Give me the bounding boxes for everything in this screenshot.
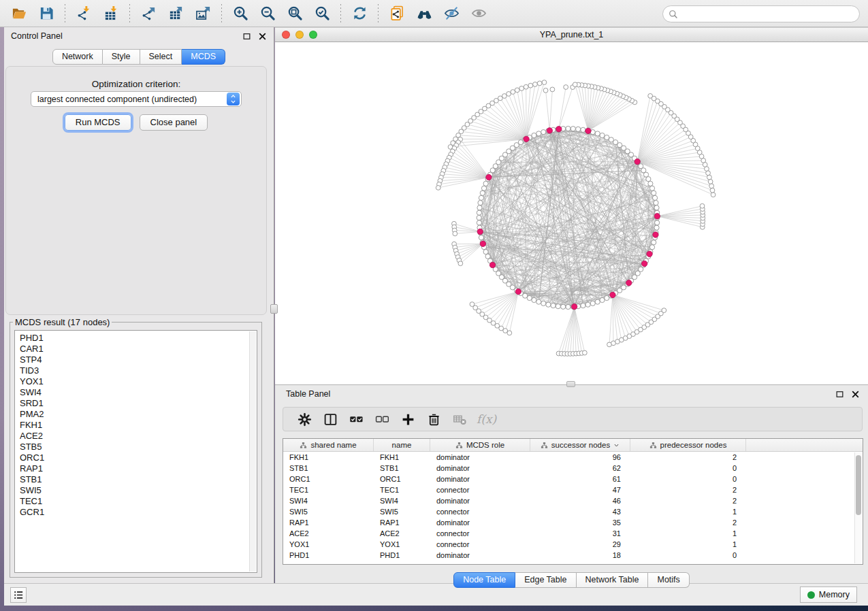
- column-header-shared-name[interactable]: shared name: [283, 439, 374, 451]
- table-tab-edge-table[interactable]: Edge Table: [515, 572, 576, 588]
- graph-leaf-node[interactable]: [564, 85, 568, 90]
- save-session-icon[interactable]: [33, 3, 60, 24]
- graph-mcds-hub-node[interactable]: [634, 159, 640, 164]
- delete-column-icon[interactable]: [421, 409, 447, 429]
- mcds-node-item[interactable]: ACE2: [20, 431, 257, 442]
- table-row[interactable]: FKH1FKH1dominator962: [283, 452, 863, 463]
- close-table-panel-icon[interactable]: [851, 390, 860, 399]
- graph-leaf-node[interactable]: [503, 329, 508, 333]
- graph-node[interactable]: [556, 304, 560, 309]
- mcds-node-item[interactable]: GCR1: [20, 507, 257, 518]
- graph-node[interactable]: [532, 133, 536, 137]
- mcds-node-item[interactable]: SWI4: [20, 387, 257, 398]
- graph-leaf-node[interactable]: [507, 92, 511, 97]
- graph-node[interactable]: [485, 254, 490, 259]
- column-header-successor-nodes[interactable]: successor nodes: [530, 439, 630, 451]
- close-panel-icon[interactable]: [258, 32, 267, 41]
- graph-leaf-node[interactable]: [515, 88, 519, 93]
- graph-node[interactable]: [479, 235, 483, 240]
- graph-node[interactable]: [605, 295, 609, 300]
- column-header-predecessor-nodes[interactable]: predecessor nodes: [630, 439, 746, 451]
- graph-leaf-node[interactable]: [543, 88, 548, 93]
- graph-node[interactable]: [523, 293, 528, 298]
- graph-node[interactable]: [546, 302, 551, 307]
- export-image-icon[interactable]: [189, 3, 216, 24]
- clone-network-icon[interactable]: [383, 3, 411, 24]
- table-row[interactable]: TEC1TEC1connector472: [283, 484, 863, 495]
- graph-leaf-node[interactable]: [507, 331, 512, 335]
- float-panel-icon[interactable]: [242, 32, 251, 41]
- find-icon[interactable]: [411, 3, 438, 24]
- graph-node[interactable]: [483, 181, 488, 186]
- graph-mcds-hub-node[interactable]: [489, 262, 495, 267]
- vertical-splitter-handle[interactable]: [270, 304, 278, 314]
- table-row[interactable]: ORC1ORC1dominator610: [283, 474, 863, 484]
- graph-node[interactable]: [649, 186, 654, 191]
- graph-node[interactable]: [590, 301, 595, 306]
- graph-leaf-node[interactable]: [453, 231, 457, 236]
- graph-node[interactable]: [536, 131, 541, 136]
- mcds-result-list[interactable]: PHD1CAR1STP4TID3YOX1SWI4SRD1PMA2FKH1ACE2…: [14, 330, 257, 573]
- graph-mcds-hub-node[interactable]: [653, 232, 658, 237]
- graph-mcds-hub-node[interactable]: [547, 128, 552, 133]
- mcds-node-item[interactable]: FKH1: [20, 420, 257, 431]
- graph-mcds-hub-node[interactable]: [654, 214, 660, 219]
- graph-node[interactable]: [654, 225, 659, 230]
- graph-mcds-hub-node[interactable]: [585, 128, 591, 133]
- graph-node[interactable]: [527, 295, 532, 300]
- graph-node[interactable]: [649, 245, 654, 250]
- close-panel-button[interactable]: Close panel: [140, 114, 208, 131]
- graph-node[interactable]: [477, 205, 482, 210]
- graph-node[interactable]: [541, 301, 546, 306]
- graph-node[interactable]: [561, 304, 566, 309]
- zoom-fit-icon[interactable]: [281, 3, 308, 24]
- graph-leaf-node[interactable]: [711, 193, 716, 197]
- graph-node[interactable]: [477, 210, 481, 215]
- graph-mcds-hub-node[interactable]: [524, 136, 529, 142]
- graph-node[interactable]: [566, 126, 570, 131]
- mcds-node-item[interactable]: ORC1: [20, 452, 257, 463]
- graph-node[interactable]: [479, 195, 483, 200]
- graph-node[interactable]: [652, 195, 657, 200]
- export-network-icon[interactable]: [135, 3, 162, 24]
- graph-node[interactable]: [536, 299, 541, 304]
- graph-leaf-node[interactable]: [542, 80, 547, 85]
- graph-leaf-node[interactable]: [708, 180, 713, 184]
- graph-node[interactable]: [477, 215, 481, 220]
- graph-mcds-hub-node[interactable]: [647, 251, 652, 257]
- mcds-node-item[interactable]: SWI5: [20, 485, 257, 496]
- graph-leaf-node[interactable]: [436, 186, 440, 191]
- graph-leaf-node[interactable]: [573, 82, 577, 87]
- graph-leaf-node[interactable]: [709, 184, 714, 188]
- import-network-icon[interactable]: [70, 3, 97, 24]
- zoom-in-icon[interactable]: [227, 3, 254, 24]
- table-tab-motifs[interactable]: Motifs: [648, 572, 689, 588]
- graph-node[interactable]: [595, 131, 600, 136]
- graph-node[interactable]: [648, 181, 653, 186]
- mcds-node-item[interactable]: TEC1: [20, 496, 257, 507]
- graph-node[interactable]: [595, 299, 600, 304]
- graph-node[interactable]: [478, 200, 483, 205]
- graph-mcds-hub-node[interactable]: [641, 261, 647, 266]
- graph-mcds-hub-node[interactable]: [571, 303, 577, 309]
- optimization-criterion-select[interactable]: largest connected component (undirected): [31, 91, 242, 107]
- graph-node[interactable]: [483, 250, 488, 254]
- mcds-node-item[interactable]: CAR1: [20, 344, 257, 354]
- graph-node[interactable]: [609, 137, 613, 142]
- zoom-out-icon[interactable]: [254, 3, 281, 24]
- column-header-name[interactable]: name: [374, 439, 430, 451]
- graph-node[interactable]: [477, 220, 481, 225]
- mcds-list-scrollbar[interactable]: [249, 331, 256, 572]
- mcds-node-item[interactable]: STB1: [20, 474, 257, 485]
- graph-node[interactable]: [541, 130, 546, 135]
- graph-leaf-node[interactable]: [706, 171, 711, 176]
- graph-mcds-hub-node[interactable]: [515, 288, 521, 294]
- network-canvas[interactable]: [275, 42, 868, 384]
- graph-node[interactable]: [654, 205, 659, 210]
- table-tab-network-table[interactable]: Network Table: [577, 572, 649, 588]
- graph-leaf-node[interactable]: [582, 350, 587, 355]
- graph-node[interactable]: [566, 304, 570, 309]
- search-input[interactable]: [678, 7, 859, 21]
- run-mcds-button[interactable]: Run MCDS: [65, 114, 131, 131]
- search-box[interactable]: [662, 5, 860, 22]
